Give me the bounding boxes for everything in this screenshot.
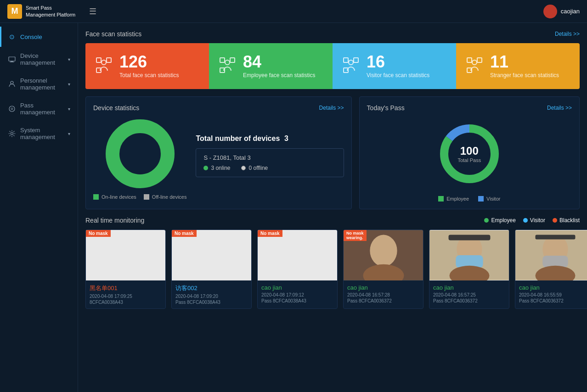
offline-label: 0 offline [248,165,268,171]
monitor-name-1: 访客002 [175,284,248,292]
system-icon [7,129,17,138]
svg-point-16 [225,60,230,65]
online-label: 3 online [211,165,230,171]
monitoring-visitor-dot [523,218,528,223]
sidebar-item-system[interactable]: System management ▾ [0,121,78,146]
monitor-date-4: 2020-04-08 16:57:25 [433,292,505,297]
menu-icon[interactable]: ☰ [89,6,96,17]
svg-point-1 [545,14,556,18]
sidebar-item-personnel[interactable]: Personnel management ▾ [0,72,78,96]
monitor-card-img-2: No mask [258,230,337,280]
face-card-total: 126 Total face scan statistics [85,43,209,89]
monitor-date-5: 2020-04-08 16:55:59 [519,292,587,297]
total-scan-label: Total face scan statistics [119,72,179,78]
monitoring-employee-label: Employee [491,217,515,224]
monitor-name-2: cao jian [261,284,333,291]
face-scan-details-link[interactable]: Details >> [555,31,580,37]
monitor-card-img-3: No maskwearing. [344,230,423,280]
avatar [543,5,557,18]
employee-legend-box [438,196,444,202]
todays-pass-details-link[interactable]: Details >> [547,105,572,111]
logo: M Smart Pass Management Platform [7,4,85,19]
monitor-name-4: cao jian [433,284,505,291]
legend-online-label: On-line devices [102,194,136,200]
monitor-card-info-2: cao jian 2020-04-08 17:09:12 Pass 8CFCA0… [258,280,337,307]
sidebar-item-label: System management [20,127,64,140]
pass-total-label: Total Pass [457,157,481,163]
svg-point-29 [370,235,397,267]
monitor-badge-2: No mask [258,230,282,237]
offline-dot [241,166,246,170]
monitor-card-img-4 [429,230,509,280]
svg-point-7 [11,108,13,110]
monitoring-header: Real time monitoring Employee Visitor Bl… [85,217,580,224]
sidebar-item-label: Device management [20,52,64,66]
employee-scan-number: 84 [243,54,315,70]
monitor-date-3: 2020-04-08 16:57:28 [347,292,419,297]
sidebar-item-label: Pass management [20,102,64,116]
monitor-pass-1: Pass 8CFCA0038A43 [175,300,248,305]
face-scan-visitor-icon [342,56,360,76]
device-name: S - Z1081 [203,154,230,161]
monitor-pass-5: Pass 8CFCA0036372 [519,298,587,303]
sidebar-item-console[interactable]: ⊙ Console [0,27,78,47]
console-icon: ⊙ [7,32,17,41]
monitor-pass-3: Pass 8CFCA0036372 [347,298,419,303]
face-card-employee: 84 Employee face scan statistics [209,43,333,89]
device-total-value: 3 [284,134,288,142]
online-legend-box [93,194,99,200]
face-scan-stranger-icon [465,56,484,76]
device-info: Total number of devices 3 S - Z1081, Tot… [196,134,344,183]
svg-point-24 [472,60,477,65]
visitor-scan-number: 16 [367,54,429,70]
face-svg-4 [429,230,509,280]
legend-offline: Off-line devices [144,194,187,200]
svg-rect-4 [10,62,14,62]
face-scan-employee-icon [218,56,237,76]
svg-point-0 [547,6,553,13]
device-box: S - Z1081, Total 3 3 online 0 [196,148,344,177]
svg-rect-2 [9,57,15,61]
todays-pass-title: Today's Pass [367,104,405,112]
monitoring-employee-dot [484,218,489,223]
pass-visitor-label: Visitor [486,196,500,202]
device-stats-details-link[interactable]: Details >> [319,105,344,111]
device-stats-row: 3 online 0 offline [203,165,336,171]
svg-point-6 [9,106,15,112]
face-scan-header: Face scan statistics Details >> [85,30,580,38]
online-dot [203,166,208,170]
legend-online: On-line devices [93,194,136,200]
pass-icon [7,104,17,113]
device-total-label: Total number of devices [196,134,280,142]
total-scan-number: 126 [119,54,179,70]
user-info: caojian [543,5,580,18]
svg-rect-17 [344,58,348,62]
device-total: Total number of devices 3 [196,134,344,143]
svg-point-8 [11,133,13,135]
pass-employee-label: Employee [446,196,469,202]
sidebar-item-pass[interactable]: Pass management ▾ [0,96,78,121]
pass-legend: Employee Visitor [367,196,572,202]
monitoring-blacklist-label: Blacklist [559,217,580,224]
device-content: On-line devices Off-line devices Total n… [93,117,344,200]
face-placeholder-1 [172,230,251,280]
monitor-card-info-5: cao jian 2020-04-08 16:55:59 Pass 8CFCA0… [515,280,587,307]
monitoring-blacklist-dot [553,218,557,223]
monitoring-legend-visitor: Visitor [523,217,545,224]
monitor-card-img-5 [515,230,587,280]
svg-rect-14 [230,58,235,62]
face-scan-total-icon [95,56,113,76]
monitor-name-3: cao jian [347,284,419,291]
monitor-card-info-0: 黑名单001 2020-04-08 17:09:25 8CFCA0038A43 [86,280,165,308]
device-icon [7,55,17,64]
monitor-badge-3: No maskwearing. [344,230,367,241]
monitor-card-2: No mask cao jian 2020-04-08 17:09:12 Pas… [257,230,338,309]
pass-donut-center: 100 Total Pass [457,145,481,163]
monitor-card-5: cao jian 2020-04-08 16:55:59 Pass 8CFCA0… [515,230,587,309]
pass-total-number: 100 [457,145,481,157]
visitor-legend-box [478,196,484,202]
face-placeholder-2 [258,230,337,280]
sidebar-item-device[interactable]: Device management ▾ [0,47,78,72]
legend-offline-label: Off-line devices [152,194,187,200]
svg-point-25 [113,126,168,181]
